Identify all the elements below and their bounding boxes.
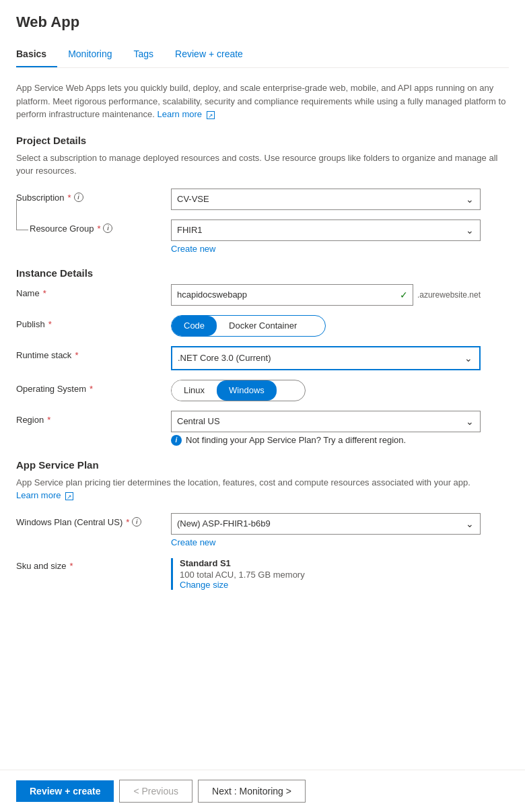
region-row: Region * Central US i Not finding your A… (16, 411, 509, 446)
os-linux-btn[interactable]: Linux (172, 380, 217, 401)
tab-tags[interactable]: Tags (123, 42, 165, 67)
external-link-icon: ↗ (207, 111, 215, 119)
runtime-stack-label: Runtime stack * (16, 346, 171, 360)
publish-toggle-group: Code Docker Container (171, 315, 326, 337)
os-required: * (90, 384, 93, 394)
resource-group-label: Resource Group * i (16, 219, 171, 234)
name-input-group: ✓ .azurewebsite.net (171, 284, 481, 306)
region-select-wrapper: Central US (171, 411, 481, 432)
next-button[interactable]: Next : Monitoring > (198, 780, 306, 803)
publish-code-btn[interactable]: Code (172, 316, 217, 336)
app-plan-external-link-icon: ↗ (65, 492, 73, 500)
runtime-select-wrapper: .NET Core 3.0 (Current) (171, 346, 481, 370)
runtime-stack-control: .NET Core 3.0 (Current) (171, 346, 509, 370)
resource-group-select-wrapper: FHIR1 (171, 219, 481, 241)
name-label: Name * (16, 284, 171, 298)
review-create-button[interactable]: Review + create (16, 780, 114, 802)
publish-label: Publish * (16, 315, 171, 329)
os-label: Operating System * (16, 380, 171, 394)
description-learn-more-link[interactable]: Learn more ↗ (158, 109, 215, 119)
region-select[interactable]: Central US (171, 411, 481, 432)
windows-plan-required: * (126, 517, 129, 527)
region-label: Region * (16, 411, 171, 425)
resource-group-row: Resource Group * i FHIR1 Create new (16, 219, 509, 254)
subscription-control: CV-VSE (171, 189, 509, 210)
publish-control: Code Docker Container (171, 315, 509, 337)
publish-required: * (48, 319, 52, 329)
bottom-bar: Review + create < Previous Next : Monito… (0, 770, 525, 812)
windows-plan-select[interactable]: (New) ASP-FHIR1-b6b9 (171, 513, 481, 535)
previous-button[interactable]: < Previous (119, 780, 193, 803)
sku-size-label: Sku and size * (16, 557, 171, 571)
app-service-plan-title: App Service Plan (16, 459, 509, 471)
resource-group-info-icon[interactable]: i (103, 224, 112, 233)
sku-size-control: Standard S1 100 total ACU, 1.75 GB memor… (171, 557, 509, 590)
runtime-stack-row: Runtime stack * .NET Core 3.0 (Current) (16, 346, 509, 370)
project-details-section: Project Details Select a subscription to… (16, 135, 509, 254)
runtime-select[interactable]: .NET Core 3.0 (Current) (172, 347, 479, 369)
name-input[interactable] (171, 284, 413, 306)
tabs-nav: Basics Monitoring Tags Review + create (16, 42, 509, 68)
change-size-link[interactable]: Change size (180, 580, 228, 590)
subscription-label: Subscription * i (16, 189, 171, 203)
windows-plan-create-new[interactable]: Create new (171, 537, 509, 547)
subscription-row: Subscription * i CV-VSE (16, 189, 509, 210)
page-title: Web App (16, 13, 509, 31)
project-details-desc: Select a subscription to manage deployed… (16, 151, 509, 178)
app-service-plan-desc: App Service plan pricing tier determines… (16, 476, 509, 502)
resource-group-control: FHIR1 Create new (171, 219, 509, 254)
windows-plan-label: Windows Plan (Central US) * i (16, 513, 171, 527)
sku-tier: Standard S1 (180, 558, 509, 568)
resource-group-create-new[interactable]: Create new (171, 244, 509, 254)
tab-monitoring[interactable]: Monitoring (57, 42, 123, 67)
windows-plan-row: Windows Plan (Central US) * i (New) ASP-… (16, 513, 509, 547)
resource-group-select[interactable]: FHIR1 (171, 219, 481, 241)
subscription-select-wrapper: CV-VSE (171, 189, 481, 210)
publish-docker-btn[interactable]: Docker Container (217, 316, 309, 336)
region-control: Central US i Not finding your App Servic… (171, 411, 509, 446)
tab-basics[interactable]: Basics (16, 42, 57, 67)
app-plan-learn-more-link[interactable]: Learn more ↗ (16, 490, 73, 500)
windows-plan-control: (New) ASP-FHIR1-b6b9 Create new (171, 513, 509, 547)
region-hint: i Not finding your App Service Plan? Try… (171, 435, 509, 446)
windows-plan-select-wrapper: (New) ASP-FHIR1-b6b9 (171, 513, 481, 535)
subscription-select[interactable]: CV-VSE (171, 189, 481, 210)
sku-details-block: Standard S1 100 total ACU, 1.75 GB memor… (171, 558, 509, 590)
name-control: ✓ .azurewebsite.net (171, 284, 509, 306)
os-control: Linux Windows (171, 380, 509, 401)
windows-plan-info-icon[interactable]: i (132, 517, 141, 527)
instance-details-section: Instance Details Name * ✓ .azurewebsite.… (16, 267, 509, 446)
os-row: Operating System * Linux Windows (16, 380, 509, 401)
os-toggle-group: Linux Windows (171, 380, 306, 401)
name-row: Name * ✓ .azurewebsite.net (16, 284, 509, 306)
subscription-info-icon[interactable]: i (74, 193, 83, 202)
region-required: * (47, 415, 50, 425)
project-details-title: Project Details (16, 135, 509, 146)
runtime-required: * (75, 350, 78, 360)
publish-row: Publish * Code Docker Container (16, 315, 509, 337)
resource-group-required: * (97, 224, 100, 234)
sku-description: 100 total ACU, 1.75 GB memory (180, 570, 509, 580)
instance-details-title: Instance Details (16, 267, 509, 279)
name-check-icon: ✓ (400, 290, 408, 300)
name-required: * (43, 288, 46, 298)
subscription-required: * (68, 193, 71, 203)
tab-review-create[interactable]: Review + create (164, 42, 254, 67)
app-service-plan-section: App Service Plan App Service plan pricin… (16, 459, 509, 590)
sku-size-required: * (69, 561, 73, 571)
name-suffix: .azurewebsite.net (417, 290, 481, 300)
sku-size-row: Sku and size * Standard S1 100 total ACU… (16, 557, 509, 590)
name-input-wrapper: ✓ (171, 284, 413, 306)
page-description: App Service Web Apps lets you quickly bu… (16, 81, 509, 121)
os-windows-btn[interactable]: Windows (217, 380, 277, 401)
region-hint-icon: i (171, 435, 182, 446)
